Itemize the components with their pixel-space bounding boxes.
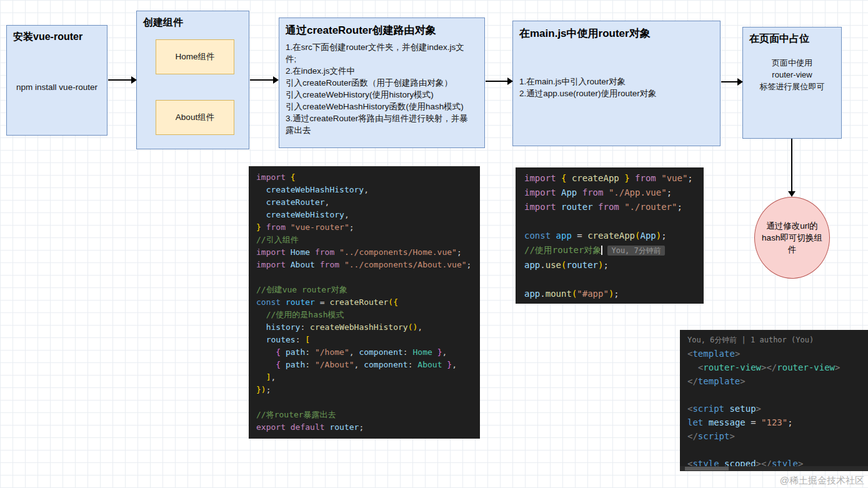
code-line: const router = createRouter({ bbox=[256, 296, 472, 309]
flow-box-install-vue-router[interactable]: 安装vue-router npm install vue-router bbox=[6, 25, 107, 136]
code-line: //将router暴露出去 bbox=[256, 409, 472, 421]
box-body: npm install vue-router bbox=[13, 44, 101, 130]
box-title: 在main.js中使用router对象 bbox=[519, 26, 714, 41]
code-line: <router-view></router-view> bbox=[687, 361, 861, 374]
code-line: //引入组件 bbox=[256, 234, 472, 246]
box-title: 通过createRouter创建路由对象 bbox=[286, 23, 478, 37]
box-body: 页面中使用 router-view 标签进行展位即可 bbox=[749, 57, 835, 92]
code-line bbox=[687, 388, 861, 402]
code-line: You, 6分钟前 | 1 author (You) bbox=[687, 332, 861, 347]
arrow-step1-to-step2 bbox=[108, 79, 132, 81]
arrow-step3-to-step4 bbox=[486, 81, 508, 82]
code-line: //使用router对象You, 7分钟前 bbox=[524, 243, 695, 258]
code-block-router-index[interactable]: import { createWebHashHistory, createRou… bbox=[249, 166, 480, 439]
box-body: 1.在src下面创建router文件夹，并创建index.js文 件; 2.在i… bbox=[286, 41, 478, 136]
code-line: { path: "/About", component: About }, bbox=[256, 359, 472, 371]
code-line: ], bbox=[256, 371, 472, 384]
code-line bbox=[256, 271, 472, 284]
code-line: <template> bbox=[687, 347, 861, 361]
hash-switch-bubble[interactable]: 通过修改url的 hash即可切换组 件 bbox=[754, 197, 830, 279]
code-line: //使用的是hash模式 bbox=[256, 309, 472, 321]
code-line bbox=[524, 214, 695, 229]
code-line: <script setup> bbox=[687, 402, 861, 416]
box-title: 在页面中占位 bbox=[749, 32, 835, 46]
code-line: } from "vue-router"; bbox=[256, 221, 472, 234]
code-line: app.use(router); bbox=[524, 258, 695, 272]
box-title: 安装vue-router bbox=[13, 31, 101, 44]
code-line: history: createWebHashHistory(), bbox=[256, 321, 472, 334]
arrow-step5-to-bubble bbox=[791, 139, 792, 192]
code-line: let message = "123"; bbox=[687, 416, 861, 429]
code-line: app.mount("#app"); bbox=[524, 287, 695, 301]
code-line bbox=[524, 272, 695, 287]
box-title: 创建组件 bbox=[143, 16, 242, 29]
code-block-app-vue[interactable]: You, 6分钟前 | 1 author (You)<template> <ro… bbox=[680, 330, 868, 471]
code-line: import About from "../components/About.v… bbox=[256, 259, 472, 271]
code-line: { path: "/home", component: Home }, bbox=[256, 346, 472, 359]
arrow-step4-to-step5 bbox=[721, 81, 738, 82]
scrollbar-thumb[interactable] bbox=[685, 467, 729, 471]
bubble-text: 通过修改url的 hash即可切换组 件 bbox=[762, 220, 822, 256]
arrow-step2-to-step3 bbox=[250, 79, 274, 81]
code-line: import router from "./router"; bbox=[524, 200, 695, 214]
code-line: //创建vue router对象 bbox=[256, 284, 472, 296]
home-component-box[interactable]: Home组件 bbox=[156, 39, 234, 74]
code-block-main-js[interactable]: import { createApp } from "vue";import A… bbox=[516, 167, 704, 304]
code-line: const app = createApp(App); bbox=[524, 229, 695, 243]
code-line: export default router; bbox=[256, 421, 472, 434]
code-line: createWebHistory, bbox=[256, 209, 472, 221]
code-line: import App from "./App.vue"; bbox=[524, 186, 695, 200]
code-line: createWebHashHistory, bbox=[256, 184, 472, 196]
code-line: }); bbox=[256, 384, 472, 396]
code-line bbox=[687, 443, 861, 457]
flowchart-canvas: 安装vue-router npm install vue-router 创建组件… bbox=[0, 0, 868, 488]
flow-box-use-router-in-main[interactable]: 在main.js中使用router对象 1.在main.js中引入router对… bbox=[512, 21, 721, 146]
code-line: </script> bbox=[687, 429, 861, 443]
about-component-label: About组件 bbox=[176, 112, 214, 123]
code-line bbox=[256, 396, 472, 409]
home-component-label: Home组件 bbox=[175, 51, 214, 62]
code-line: createRouter, bbox=[256, 196, 472, 209]
flow-box-create-components[interactable]: 创建组件 Home组件 About组件 bbox=[136, 11, 249, 149]
code-line: import { bbox=[256, 171, 472, 184]
code-line: </template> bbox=[687, 374, 861, 388]
flow-box-create-router-object[interactable]: 通过createRouter创建路由对象 1.在src下面创建router文件夹… bbox=[279, 17, 485, 148]
box-body: 1.在main.js中引入router对象 2.通过app.use(router… bbox=[519, 76, 714, 99]
flow-box-page-placeholder[interactable]: 在页面中占位 页面中使用 router-view 标签进行展位即可 bbox=[742, 27, 842, 139]
code-line: import { createApp } from "vue"; bbox=[524, 171, 695, 186]
code-line: import Home from "../components/Home.vue… bbox=[256, 246, 472, 259]
horizontal-scrollbar[interactable] bbox=[680, 466, 868, 471]
about-component-box[interactable]: About组件 bbox=[156, 100, 234, 135]
code-line: routes: [ bbox=[256, 334, 472, 346]
juejin-watermark: @稀土掘金技术社区 bbox=[780, 475, 864, 487]
